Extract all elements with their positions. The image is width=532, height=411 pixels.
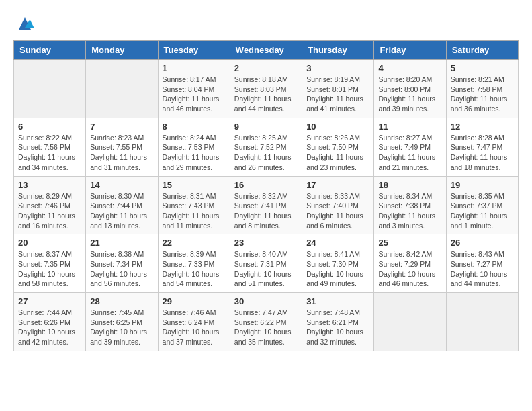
sunrise-text: Sunrise: 8:40 AM [234, 250, 288, 258]
calendar-day-cell: 4 Sunrise: 8:20 AM Sunset: 8:00 PM Dayli… [374, 60, 446, 118]
sunset-text: Sunset: 7:37 PM [451, 201, 503, 210]
calendar-day-cell: 3 Sunrise: 8:19 AM Sunset: 8:01 PM Dayli… [302, 60, 374, 118]
sunrise-text: Sunrise: 8:39 AM [163, 250, 216, 258]
daylight-text: Daylight: 10 hours and 49 minutes. [306, 270, 363, 288]
daylight-text: Daylight: 11 hours and 13 minutes. [90, 212, 147, 230]
daylight-text: Daylight: 11 hours and 36 minutes. [451, 95, 508, 113]
sunrise-text: Sunrise: 7:48 AM [306, 308, 360, 316]
sunset-text: Sunset: 7:46 PM [18, 201, 71, 210]
sunset-text: Sunset: 7:40 PM [306, 201, 359, 210]
day-number: 18 [378, 180, 441, 190]
sunrise-text: Sunrise: 8:38 AM [90, 250, 144, 258]
calendar-week-row: 27 Sunrise: 7:44 AM Sunset: 6:26 PM Dayl… [14, 293, 519, 351]
sunset-text: Sunset: 7:33 PM [163, 260, 215, 268]
sunset-text: Sunset: 6:25 PM [90, 318, 142, 326]
day-number: 17 [306, 180, 369, 190]
day-info: Sunrise: 8:30 AM Sunset: 7:44 PM Dayligh… [90, 191, 153, 231]
sunrise-text: Sunrise: 8:43 AM [451, 250, 504, 258]
calendar-day-cell: 21 Sunrise: 8:38 AM Sunset: 7:34 PM Dayl… [86, 234, 158, 293]
day-number: 11 [378, 122, 441, 132]
sunset-text: Sunset: 7:55 PM [90, 143, 142, 151]
day-of-week-header: Monday [86, 41, 158, 60]
sunset-text: Sunset: 7:29 PM [378, 260, 431, 268]
day-number: 24 [306, 238, 369, 248]
sunrise-text: Sunrise: 8:21 AM [451, 75, 504, 83]
calendar-week-row: 20 Sunrise: 8:37 AM Sunset: 7:35 PM Dayl… [14, 234, 519, 293]
calendar-week-row: 13 Sunrise: 8:29 AM Sunset: 7:46 PM Dayl… [14, 176, 519, 234]
day-number: 13 [18, 180, 81, 190]
day-info: Sunrise: 8:27 AM Sunset: 7:49 PM Dayligh… [378, 133, 441, 173]
sunset-text: Sunset: 8:01 PM [306, 85, 359, 93]
day-number: 29 [163, 296, 226, 306]
day-number: 15 [163, 180, 226, 190]
sunrise-text: Sunrise: 8:37 AM [18, 250, 72, 258]
day-info: Sunrise: 8:39 AM Sunset: 7:33 PM Dayligh… [163, 249, 226, 289]
sunrise-text: Sunrise: 8:41 AM [306, 250, 360, 258]
daylight-text: Daylight: 11 hours and 11 minutes. [163, 212, 220, 230]
day-number: 26 [451, 238, 514, 248]
day-info: Sunrise: 8:37 AM Sunset: 7:35 PM Dayligh… [18, 249, 81, 289]
daylight-text: Daylight: 10 hours and 46 minutes. [378, 270, 435, 288]
calendar-day-cell [446, 293, 518, 351]
daylight-text: Daylight: 11 hours and 44 minutes. [234, 95, 292, 113]
day-info: Sunrise: 7:45 AM Sunset: 6:25 PM Dayligh… [90, 308, 153, 347]
calendar-day-cell: 27 Sunrise: 7:44 AM Sunset: 6:26 PM Dayl… [14, 293, 86, 351]
sunrise-text: Sunrise: 8:27 AM [378, 134, 432, 142]
day-of-week-header: Wednesday [230, 41, 302, 60]
calendar-day-cell [86, 60, 158, 118]
sunset-text: Sunset: 7:58 PM [451, 85, 503, 93]
daylight-text: Daylight: 10 hours and 56 minutes. [90, 270, 147, 288]
sunrise-text: Sunrise: 8:34 AM [378, 192, 432, 200]
day-info: Sunrise: 8:24 AM Sunset: 7:53 PM Dayligh… [163, 133, 226, 173]
day-info: Sunrise: 8:28 AM Sunset: 7:47 PM Dayligh… [451, 133, 514, 173]
sunset-text: Sunset: 6:26 PM [18, 318, 71, 326]
sunset-text: Sunset: 7:41 PM [234, 201, 287, 210]
sunset-text: Sunset: 7:52 PM [234, 143, 287, 151]
calendar-day-cell: 10 Sunrise: 8:26 AM Sunset: 7:50 PM Dayl… [302, 118, 374, 176]
day-number: 25 [378, 238, 441, 248]
day-info: Sunrise: 8:20 AM Sunset: 8:00 PM Dayligh… [378, 75, 441, 114]
sunrise-text: Sunrise: 8:23 AM [90, 134, 144, 142]
calendar-day-cell: 31 Sunrise: 7:48 AM Sunset: 6:21 PM Dayl… [302, 293, 374, 351]
sunset-text: Sunset: 7:35 PM [18, 260, 71, 268]
day-number: 9 [234, 122, 298, 132]
calendar-day-cell: 7 Sunrise: 8:23 AM Sunset: 7:55 PM Dayli… [86, 118, 158, 176]
day-info: Sunrise: 8:22 AM Sunset: 7:56 PM Dayligh… [18, 133, 81, 173]
daylight-text: Daylight: 11 hours and 6 minutes. [306, 212, 363, 230]
sunset-text: Sunset: 8:00 PM [378, 85, 431, 93]
day-info: Sunrise: 8:42 AM Sunset: 7:29 PM Dayligh… [378, 249, 441, 289]
calendar-day-cell: 29 Sunrise: 7:46 AM Sunset: 6:24 PM Dayl… [158, 293, 230, 351]
day-info: Sunrise: 8:26 AM Sunset: 7:50 PM Dayligh… [306, 133, 369, 173]
calendar-header-row: SundayMondayTuesdayWednesdayThursdayFrid… [14, 41, 519, 60]
calendar-day-cell: 23 Sunrise: 8:40 AM Sunset: 7:31 PM Dayl… [230, 234, 302, 293]
daylight-text: Daylight: 10 hours and 58 minutes. [18, 270, 75, 288]
sunrise-text: Sunrise: 8:18 AM [234, 75, 288, 83]
daylight-text: Daylight: 10 hours and 35 minutes. [234, 328, 292, 346]
sunset-text: Sunset: 6:21 PM [306, 318, 359, 326]
day-of-week-header: Tuesday [158, 41, 230, 60]
sunrise-text: Sunrise: 8:20 AM [378, 75, 432, 83]
day-number: 5 [451, 63, 514, 73]
daylight-text: Daylight: 11 hours and 8 minutes. [234, 212, 292, 230]
daylight-text: Daylight: 11 hours and 46 minutes. [163, 95, 220, 113]
sunset-text: Sunset: 7:53 PM [163, 143, 215, 151]
day-of-week-header: Thursday [302, 41, 374, 60]
daylight-text: Daylight: 11 hours and 3 minutes. [378, 212, 435, 230]
day-info: Sunrise: 7:46 AM Sunset: 6:24 PM Dayligh… [163, 308, 226, 347]
day-info: Sunrise: 8:34 AM Sunset: 7:38 PM Dayligh… [378, 191, 441, 231]
sunrise-text: Sunrise: 7:45 AM [90, 308, 144, 316]
day-number: 31 [306, 296, 369, 306]
day-number: 1 [163, 63, 226, 73]
calendar-day-cell: 12 Sunrise: 8:28 AM Sunset: 7:47 PM Dayl… [446, 118, 518, 176]
calendar-day-cell [14, 60, 86, 118]
day-number: 22 [163, 238, 226, 248]
day-number: 27 [18, 296, 81, 306]
day-number: 7 [90, 122, 153, 132]
day-info: Sunrise: 8:31 AM Sunset: 7:43 PM Dayligh… [163, 191, 226, 231]
daylight-text: Daylight: 11 hours and 29 minutes. [163, 153, 220, 171]
day-info: Sunrise: 7:47 AM Sunset: 6:22 PM Dayligh… [234, 308, 298, 347]
day-number: 30 [234, 296, 298, 306]
day-number: 23 [234, 238, 298, 248]
calendar-day-cell: 11 Sunrise: 8:27 AM Sunset: 7:49 PM Dayl… [374, 118, 446, 176]
sunrise-text: Sunrise: 7:44 AM [18, 308, 72, 316]
